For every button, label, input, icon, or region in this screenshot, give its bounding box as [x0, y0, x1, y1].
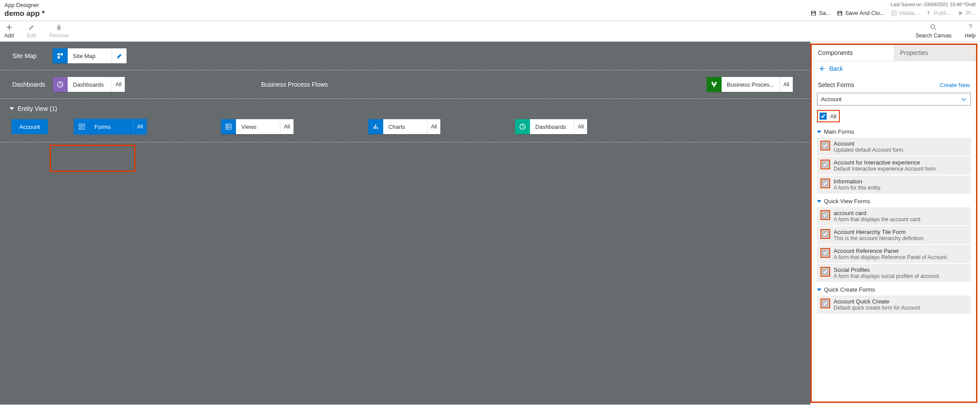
last-saved: Last Saved on :03/09/2021 10:48 *Draft [810, 2, 976, 7]
app-name: demo app * [4, 9, 45, 18]
save-close-label: Save And Clo... [845, 10, 885, 16]
all-label: All [830, 113, 836, 120]
form-checkbox[interactable] [822, 230, 829, 237]
entity-view-header[interactable]: Entity View (1) [0, 99, 810, 114]
entity-dashboards-badge: All [574, 119, 587, 134]
form-checkbox-wrap [820, 299, 830, 308]
help-icon [967, 24, 974, 31]
dashboards-tile-label: Dashboards [68, 77, 112, 92]
views-icon [221, 119, 236, 134]
form-item[interactable]: account cardA form that displays the acc… [817, 207, 971, 225]
form-title: Information [834, 178, 881, 185]
views-badge: All [280, 119, 293, 134]
form-checkbox[interactable] [822, 161, 829, 168]
dashboard-icon [515, 119, 530, 134]
svg-point-4 [715, 82, 717, 84]
form-checkbox[interactable] [822, 300, 829, 307]
views-tile[interactable]: Views All [221, 119, 293, 134]
save-icon [810, 10, 817, 16]
publish-label: Publi... [934, 10, 951, 16]
back-button[interactable]: Back [812, 61, 976, 76]
add-label: Add [4, 33, 14, 39]
form-item[interactable]: Account Reference PanelA form that displ… [817, 245, 971, 263]
save-button[interactable]: Sa... [810, 10, 831, 16]
form-item[interactable]: Social ProfilesA form that displays soci… [817, 264, 971, 282]
sitemap-tile-label: Site Map [68, 48, 112, 63]
form-checkbox[interactable] [822, 212, 829, 219]
form-desc: A form that displays the account card. [834, 216, 922, 223]
quick-create-header[interactable]: Quick Create Forms [817, 286, 971, 293]
form-item[interactable]: AccountUpdated default Account form. [817, 138, 971, 156]
caret-down-icon [817, 131, 821, 133]
charts-icon [368, 119, 383, 134]
canvas[interactable]: Site Map Site Map Dashboards Dashboards … [0, 42, 810, 405]
form-item[interactable]: Account Hierarchy Tile FormThis is the a… [817, 226, 971, 244]
charts-badge: All [427, 119, 440, 134]
publish-button[interactable]: Publi... [926, 10, 951, 16]
search-label: Search Canvas [915, 33, 951, 39]
all-checkbox[interactable] [820, 113, 827, 120]
annotation-highlight [50, 145, 135, 172]
remove-label: Remove [49, 33, 69, 39]
validate-icon [891, 10, 897, 16]
form-item[interactable]: Account Quick CreateDefault quick create… [817, 296, 971, 314]
quick-view-label: Quick View Forms [824, 198, 870, 204]
tab-components[interactable]: Components [812, 45, 894, 61]
add-button[interactable]: Add [4, 24, 14, 39]
create-new-link[interactable]: Create New [940, 82, 970, 88]
tab-properties[interactable]: Properties [894, 45, 976, 61]
bpf-section-label: Business Process Flows [261, 70, 340, 99]
forms-tile-label: Forms [89, 119, 133, 134]
form-checkbox[interactable] [822, 268, 829, 275]
main-forms-header[interactable]: Main Forms [817, 128, 971, 135]
entity-select-value: Account [821, 96, 842, 102]
form-desc: A form that displays social profiles of … [834, 273, 940, 279]
entity-dashboards-tile[interactable]: Dashboards All [515, 119, 587, 134]
dashboards-tile[interactable]: Dashboards All [53, 77, 125, 92]
form-item[interactable]: InformationA form for this entity. [817, 175, 971, 194]
search-button[interactable]: Search Canvas [915, 24, 951, 39]
form-checkbox-wrap [820, 210, 830, 220]
remove-button: Remove [49, 24, 69, 39]
all-checkbox-row[interactable]: All [817, 110, 840, 122]
back-label: Back [829, 65, 843, 72]
sitemap-icon [53, 48, 68, 63]
svg-rect-7 [226, 124, 231, 129]
sitemap-edit-button[interactable] [112, 48, 127, 63]
pencil-icon [28, 24, 35, 31]
form-title: Account [834, 140, 904, 147]
dashboards-badge: All [112, 77, 125, 92]
help-button[interactable]: Help [965, 24, 976, 39]
form-desc: Default Interactive experience Account f… [834, 166, 937, 172]
quick-view-header[interactable]: Quick View Forms [817, 198, 971, 204]
form-checkbox[interactable] [822, 142, 829, 149]
trash-icon [55, 24, 62, 31]
charts-tile-label: Charts [383, 119, 427, 134]
publish-icon [926, 10, 932, 16]
form-checkbox-wrap [820, 141, 830, 150]
dashboard-icon [53, 77, 68, 92]
side-panel: Components Properties Back Select Forms … [810, 44, 977, 403]
play-label: Pl... [966, 10, 976, 16]
forms-tile[interactable]: Forms All [74, 119, 146, 134]
save-close-button[interactable]: Save And Clo... [837, 10, 885, 16]
form-item[interactable]: Account for Interactive experienceDefaul… [817, 157, 971, 175]
bpf-tile[interactable]: Business Proces... All [707, 77, 793, 92]
entity-select[interactable]: Account [817, 93, 971, 106]
form-title: Account Reference Panel [834, 248, 948, 254]
form-checkbox-wrap [820, 248, 830, 258]
charts-tile[interactable]: Charts All [368, 119, 440, 134]
save-label: Sa... [819, 10, 831, 16]
save-close-icon [837, 10, 843, 16]
form-checkbox-wrap [820, 267, 830, 277]
entity-dashboards-label: Dashboards [530, 119, 574, 134]
select-forms-label: Select Forms [818, 81, 854, 88]
play-icon [958, 10, 964, 16]
form-checkbox[interactable] [822, 249, 829, 256]
validate-button[interactable]: Valida... [891, 10, 919, 16]
sitemap-tile[interactable]: Site Map [53, 48, 127, 63]
play-button[interactable]: Pl... [958, 10, 976, 16]
form-checkbox[interactable] [822, 180, 829, 187]
account-entity-button[interactable]: Account [11, 119, 48, 134]
form-desc: Updated default Account form. [834, 147, 904, 153]
